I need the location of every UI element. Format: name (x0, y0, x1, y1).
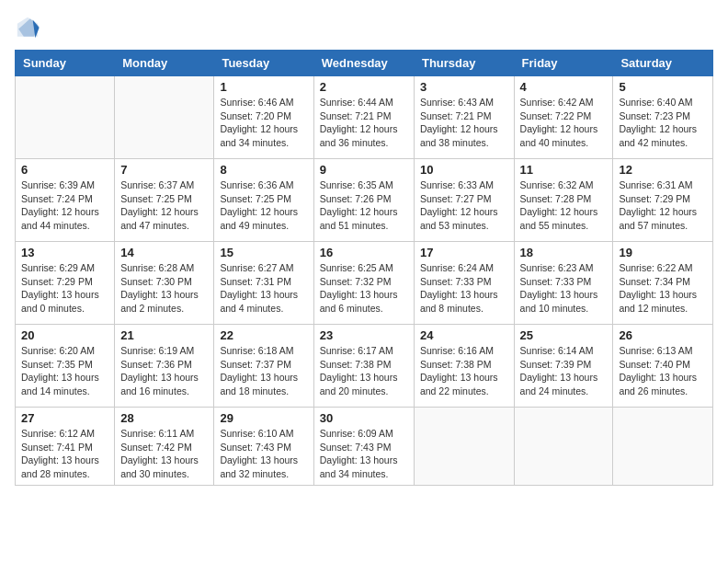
calendar-cell: 12Sunrise: 6:31 AMSunset: 7:29 PMDayligh… (613, 159, 713, 242)
sunrise-text: Sunrise: 6:37 AM (120, 178, 208, 192)
sunset-text: Sunset: 7:29 PM (619, 192, 707, 206)
day-info: Sunrise: 6:46 AMSunset: 7:20 PMDaylight:… (220, 96, 307, 150)
sunrise-text: Sunrise: 6:19 AM (120, 344, 208, 358)
day-info: Sunrise: 6:17 AMSunset: 7:38 PMDaylight:… (320, 344, 408, 398)
calendar-cell: 23Sunrise: 6:17 AMSunset: 7:38 PMDayligh… (313, 325, 414, 408)
daylight-text: Daylight: 12 hours and 44 minutes. (21, 205, 108, 232)
weekday-header-friday: Friday (514, 51, 613, 76)
calendar-cell (613, 408, 713, 486)
sunrise-text: Sunrise: 6:12 AM (21, 427, 108, 441)
daylight-text: Daylight: 13 hours and 22 minutes. (420, 371, 508, 397)
sunset-text: Sunset: 7:20 PM (220, 109, 307, 123)
day-info: Sunrise: 6:16 AMSunset: 7:38 PMDaylight:… (420, 344, 508, 398)
day-number: 4 (520, 80, 608, 94)
calendar-cell: 2Sunrise: 6:44 AMSunset: 7:21 PMDaylight… (313, 76, 414, 159)
daylight-text: Daylight: 12 hours and 57 minutes. (619, 205, 707, 232)
day-number: 25 (520, 328, 608, 342)
day-info: Sunrise: 6:18 AMSunset: 7:37 PMDaylight:… (220, 344, 307, 398)
day-number: 23 (320, 328, 408, 342)
calendar-cell: 4Sunrise: 6:42 AMSunset: 7:22 PMDaylight… (514, 76, 613, 159)
calendar-cell: 14Sunrise: 6:28 AMSunset: 7:30 PMDayligh… (115, 242, 214, 325)
sunset-text: Sunset: 7:30 PM (120, 275, 208, 289)
sunrise-text: Sunrise: 6:18 AM (220, 344, 307, 358)
day-info: Sunrise: 6:22 AMSunset: 7:34 PMDaylight:… (619, 261, 707, 316)
day-info: Sunrise: 6:39 AMSunset: 7:24 PMDaylight:… (21, 178, 108, 233)
calendar-week-5: 27Sunrise: 6:12 AMSunset: 7:41 PMDayligh… (16, 408, 713, 486)
daylight-text: Daylight: 13 hours and 16 minutes. (120, 371, 208, 397)
sunset-text: Sunset: 7:42 PM (120, 441, 208, 454)
calendar-week-4: 20Sunrise: 6:20 AMSunset: 7:35 PMDayligh… (16, 325, 713, 408)
sunrise-text: Sunrise: 6:20 AM (21, 344, 108, 358)
daylight-text: Daylight: 13 hours and 6 minutes. (320, 288, 408, 315)
daylight-text: Daylight: 13 hours and 20 minutes. (320, 371, 408, 397)
daylight-text: Daylight: 13 hours and 10 minutes. (520, 288, 608, 315)
sunrise-text: Sunrise: 6:32 AM (520, 178, 608, 192)
sunrise-text: Sunrise: 6:39 AM (21, 178, 108, 192)
sunrise-text: Sunrise: 6:17 AM (320, 344, 408, 358)
sunset-text: Sunset: 7:33 PM (420, 275, 508, 289)
daylight-text: Daylight: 12 hours and 42 minutes. (619, 122, 707, 149)
weekday-header-sunday: Sunday (16, 51, 115, 76)
daylight-text: Daylight: 13 hours and 12 minutes. (619, 288, 707, 315)
day-info: Sunrise: 6:40 AMSunset: 7:23 PMDaylight:… (619, 96, 707, 150)
calendar-cell: 5Sunrise: 6:40 AMSunset: 7:23 PMDaylight… (613, 76, 713, 159)
daylight-text: Daylight: 13 hours and 26 minutes. (619, 371, 707, 397)
calendar-week-3: 13Sunrise: 6:29 AMSunset: 7:29 PMDayligh… (16, 242, 713, 325)
calendar-cell: 17Sunrise: 6:24 AMSunset: 7:33 PMDayligh… (414, 242, 514, 325)
weekday-header-tuesday: Tuesday (214, 51, 313, 76)
calendar-cell: 1Sunrise: 6:46 AMSunset: 7:20 PMDaylight… (214, 76, 313, 159)
sunset-text: Sunset: 7:25 PM (220, 192, 307, 206)
daylight-text: Daylight: 12 hours and 55 minutes. (520, 205, 608, 232)
sunset-text: Sunset: 7:38 PM (420, 358, 508, 372)
sunrise-text: Sunrise: 6:35 AM (320, 178, 408, 192)
sunrise-text: Sunrise: 6:24 AM (420, 261, 508, 275)
day-info: Sunrise: 6:35 AMSunset: 7:26 PMDaylight:… (320, 178, 408, 233)
day-number: 10 (420, 163, 508, 177)
sunrise-text: Sunrise: 6:27 AM (220, 261, 307, 275)
sunrise-text: Sunrise: 6:28 AM (120, 261, 208, 275)
calendar-cell: 27Sunrise: 6:12 AMSunset: 7:41 PMDayligh… (16, 408, 115, 486)
page-header (15, 15, 713, 40)
calendar-cell: 28Sunrise: 6:11 AMSunset: 7:42 PMDayligh… (115, 408, 214, 486)
calendar-cell (16, 76, 115, 159)
sunrise-text: Sunrise: 6:11 AM (120, 427, 208, 441)
day-number: 26 (619, 328, 707, 342)
daylight-text: Daylight: 13 hours and 8 minutes. (420, 288, 508, 315)
sunrise-text: Sunrise: 6:36 AM (220, 178, 307, 192)
day-number: 20 (21, 328, 108, 342)
day-number: 19 (619, 246, 707, 259)
daylight-text: Daylight: 13 hours and 2 minutes. (120, 288, 208, 315)
daylight-text: Daylight: 13 hours and 28 minutes. (21, 454, 108, 480)
sunset-text: Sunset: 7:26 PM (320, 192, 408, 206)
day-number: 30 (320, 411, 408, 425)
day-info: Sunrise: 6:14 AMSunset: 7:39 PMDaylight:… (520, 344, 608, 398)
day-number: 3 (420, 80, 508, 94)
day-info: Sunrise: 6:28 AMSunset: 7:30 PMDaylight:… (120, 261, 208, 316)
sunset-text: Sunset: 7:43 PM (320, 441, 408, 454)
calendar-cell: 7Sunrise: 6:37 AMSunset: 7:25 PMDaylight… (115, 159, 214, 242)
sunrise-text: Sunrise: 6:33 AM (420, 178, 508, 192)
day-info: Sunrise: 6:10 AMSunset: 7:43 PMDaylight:… (220, 427, 307, 481)
day-number: 7 (120, 163, 208, 177)
calendar-cell: 16Sunrise: 6:25 AMSunset: 7:32 PMDayligh… (313, 242, 414, 325)
calendar-cell: 13Sunrise: 6:29 AMSunset: 7:29 PMDayligh… (16, 242, 115, 325)
sunset-text: Sunset: 7:43 PM (220, 441, 307, 454)
day-number: 16 (320, 246, 408, 259)
sunset-text: Sunset: 7:21 PM (320, 109, 408, 123)
calendar-cell: 20Sunrise: 6:20 AMSunset: 7:35 PMDayligh… (16, 325, 115, 408)
day-info: Sunrise: 6:32 AMSunset: 7:28 PMDaylight:… (520, 178, 608, 233)
weekday-header-thursday: Thursday (414, 51, 514, 76)
day-number: 5 (619, 80, 707, 94)
day-info: Sunrise: 6:19 AMSunset: 7:36 PMDaylight:… (120, 344, 208, 398)
calendar-cell: 19Sunrise: 6:22 AMSunset: 7:34 PMDayligh… (613, 242, 713, 325)
day-number: 2 (320, 80, 408, 94)
day-number: 28 (120, 411, 208, 425)
sunset-text: Sunset: 7:32 PM (320, 275, 408, 289)
daylight-text: Daylight: 13 hours and 18 minutes. (220, 371, 307, 397)
calendar-cell: 9Sunrise: 6:35 AMSunset: 7:26 PMDaylight… (313, 159, 414, 242)
day-number: 6 (21, 163, 108, 177)
daylight-text: Daylight: 12 hours and 49 minutes. (220, 205, 307, 232)
sunrise-text: Sunrise: 6:31 AM (619, 178, 707, 192)
sunset-text: Sunset: 7:27 PM (420, 192, 508, 206)
calendar-cell: 22Sunrise: 6:18 AMSunset: 7:37 PMDayligh… (214, 325, 313, 408)
